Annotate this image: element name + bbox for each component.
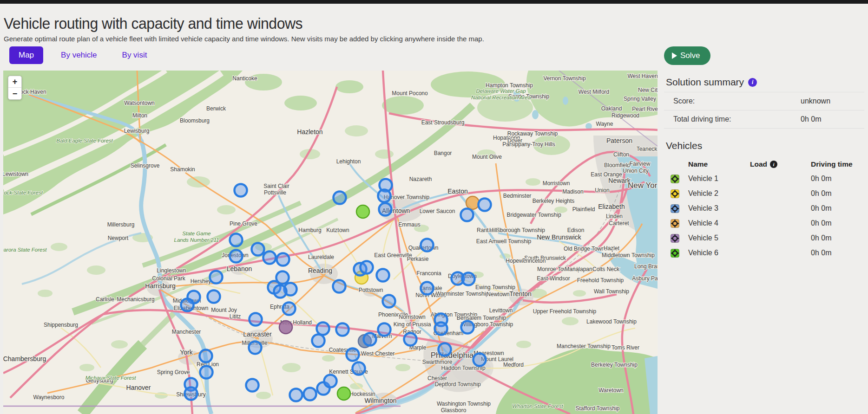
visit-marker[interactable] (181, 299, 194, 311)
solve-button[interactable]: Solve (664, 46, 710, 65)
map-label: Berwick (206, 105, 226, 112)
map-label: Plainfield (572, 206, 595, 213)
map-label: Selinsgrove (131, 162, 160, 169)
map-label: Chambersburg (3, 355, 46, 362)
tab-map[interactable]: Map (9, 46, 43, 64)
depot-marker[interactable] (279, 321, 292, 334)
visit-marker[interactable] (439, 343, 451, 356)
vehicle-rows: Vehicle 10h 0mVehicle 20h 0mVehicle 30h … (664, 171, 864, 260)
map-label: Emmaus (398, 221, 420, 228)
visit-marker[interactable] (185, 388, 197, 400)
vehicle-name: Vehicle 3 (688, 204, 750, 213)
play-icon (672, 52, 677, 59)
map-label: Carteret (609, 220, 629, 226)
depot-marker[interactable] (337, 387, 350, 400)
tab-by-visit[interactable]: By visit (115, 46, 155, 64)
solution-summary-title-text: Solution summary (666, 77, 744, 88)
visit-marker[interactable] (290, 389, 302, 401)
visit-marker[interactable] (274, 285, 287, 298)
map-label: Shippensburg (44, 322, 78, 328)
map[interactable]: + − (3, 71, 658, 414)
solution-summary-title: Solution summary i (666, 77, 864, 88)
map-label: East Windsor (537, 275, 570, 282)
visit-marker[interactable] (462, 273, 475, 285)
map-label: Kutztown (326, 227, 349, 233)
depot-marker[interactable] (356, 205, 369, 218)
vehicle-driving-time: 0h 0m (811, 219, 864, 227)
visit-marker[interactable] (312, 335, 325, 347)
map-label: Hanover (126, 384, 151, 391)
visit-marker[interactable] (378, 323, 391, 336)
visit-marker[interactable] (210, 271, 223, 284)
visit-marker[interactable] (347, 349, 359, 361)
map-label: Bedminster (503, 193, 532, 199)
map-label: Harrisburg (145, 282, 175, 290)
column-header-driving-time: Driving time (811, 160, 864, 168)
visit-marker[interactable] (377, 269, 389, 282)
vehicle-name: Vehicle 6 (688, 249, 750, 257)
visit-marker[interactable] (334, 192, 346, 204)
visit-marker[interactable] (249, 342, 262, 354)
visit-marker[interactable] (379, 203, 392, 216)
visit-marker[interactable] (246, 379, 259, 392)
visit-marker[interactable] (230, 250, 243, 263)
map-label: Bangor (434, 150, 452, 156)
zoom-out-button[interactable]: − (8, 88, 21, 99)
map-label: Mechanicsburg (117, 296, 154, 303)
vehicle-icon (671, 249, 679, 258)
map-label: Hazlet (604, 245, 620, 252)
map-label: Vernon Township (543, 75, 586, 82)
visit-marker[interactable] (461, 321, 474, 334)
map-label: West Chester (361, 350, 395, 357)
visit-marker[interactable] (304, 388, 316, 401)
map-label: Lakewood Township (586, 318, 637, 325)
visit-marker[interactable] (383, 295, 395, 308)
visit-marker[interactable] (250, 313, 262, 326)
visit-marker[interactable] (378, 190, 391, 202)
visit-marker[interactable] (200, 366, 213, 379)
visit-marker[interactable] (333, 280, 346, 293)
tab-by-vehicle[interactable]: By vehicle (53, 46, 104, 64)
visit-marker[interactable] (235, 184, 247, 197)
visit-marker[interactable] (208, 291, 220, 303)
map-label: East Stroudsburg (421, 119, 465, 126)
map-label: Wayne (596, 121, 613, 127)
visit-marker[interactable] (404, 333, 417, 346)
map-label: Hockessin (349, 391, 375, 397)
vehicles-title-text: Vehicles (666, 140, 702, 151)
zoom-in-button[interactable]: + (8, 76, 21, 88)
table-row: Vehicle 50h 0m (664, 231, 864, 246)
visit-marker[interactable] (252, 243, 264, 256)
map-label: Clifton (613, 151, 629, 158)
visit-marker[interactable] (473, 354, 486, 366)
visit-marker[interactable] (461, 209, 473, 221)
vehicle-icon (671, 175, 679, 183)
visit-marker[interactable] (324, 375, 337, 388)
visit-marker[interactable] (230, 234, 243, 246)
summary-row-label: Total driving time: (673, 115, 801, 123)
info-icon[interactable]: i (770, 161, 777, 168)
visit-marker[interactable] (364, 333, 376, 346)
depot-marker[interactable] (466, 196, 479, 209)
map-label: New Brunswick (537, 233, 582, 241)
visit-marker[interactable] (283, 303, 296, 315)
visit-marker[interactable] (317, 323, 329, 335)
visit-marker[interactable] (353, 362, 365, 375)
summary-row-value: unknown (801, 97, 830, 105)
visit-marker[interactable] (263, 252, 276, 264)
column-header-name: Name (688, 160, 750, 168)
map-canvas[interactable]: Lock HavenNanticokeBerwickWatsontownMilt… (3, 71, 658, 414)
visit-marker[interactable] (421, 282, 434, 295)
visit-marker[interactable] (421, 239, 434, 252)
map-label: East Amwell Township (476, 238, 532, 245)
visit-marker[interactable] (361, 261, 373, 274)
visit-marker[interactable] (435, 323, 447, 335)
visit-marker[interactable] (277, 253, 289, 266)
map-label: Berkeley Township (591, 362, 638, 368)
map-label: Nanticoke (232, 75, 257, 82)
visit-marker[interactable] (479, 199, 491, 211)
info-icon[interactable]: i (748, 78, 757, 87)
map-label: Waynesboro (33, 394, 65, 401)
visit-marker[interactable] (200, 350, 212, 362)
visit-marker[interactable] (336, 323, 349, 336)
